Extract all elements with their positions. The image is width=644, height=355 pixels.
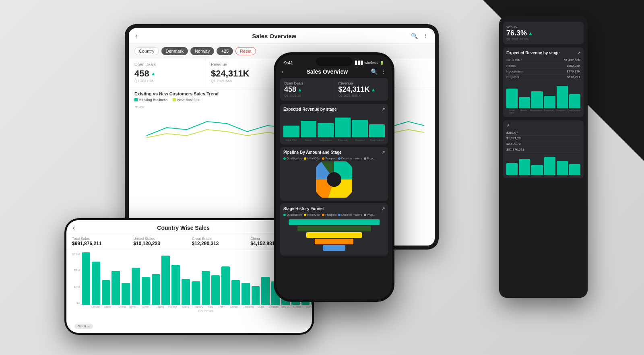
legend-existing: Existing Business bbox=[134, 98, 168, 102]
land-bar-item-0 bbox=[82, 252, 90, 305]
phone-notch bbox=[316, 57, 352, 66]
land-bar-item-14 bbox=[221, 266, 230, 305]
filter-more[interactable]: +25 bbox=[217, 47, 233, 55]
status-icons: ▊▊▊ wireless; 🔋 bbox=[355, 61, 384, 65]
funnel-legend-decision: Decision makers bbox=[338, 213, 362, 216]
funnel-legend: Qualification Initial Offer Prospect Dec… bbox=[283, 213, 385, 216]
rp-bar-chart bbox=[506, 80, 580, 108]
land-x-label-2: China bbox=[117, 305, 128, 308]
bar-6 bbox=[369, 124, 385, 137]
tablet-title: Sales Overview bbox=[137, 33, 411, 39]
funnel-legend-prop: Prop... bbox=[364, 213, 376, 216]
phone-metrics: Open Deals 458 ▲ Q1 2021:28 Revenue $24,… bbox=[280, 78, 388, 101]
land-metric-gb: Great Britain $12,290,313 bbox=[192, 237, 251, 246]
x-label-3: Negotiation bbox=[318, 139, 334, 141]
rp-bar-3 bbox=[531, 91, 543, 108]
phone-open-deals-sub: Q1 2021:28 bbox=[284, 94, 330, 97]
rp-bottom-section: ↗ $283,67 $1,387,23 $2,409,70 $91,876,21… bbox=[503, 120, 584, 178]
funnel-legend-prospect: Prospect bbox=[322, 213, 336, 216]
phone-metric-open-deals: Open Deals 458 ▲ Q1 2021:28 bbox=[280, 78, 334, 101]
rp-val-1: $283,67 bbox=[506, 130, 580, 136]
y-8m: $8M bbox=[72, 268, 80, 272]
land-total-label: Total Sales bbox=[72, 237, 125, 241]
rp-expected-revenue-list: Initial Offer $1,432,98K Needs $582,25K … bbox=[506, 58, 580, 80]
rp-win-label: Win % bbox=[506, 25, 580, 29]
y-0: $0 bbox=[72, 301, 80, 305]
land-back-icon[interactable]: ‹ bbox=[73, 224, 75, 231]
funnel-expand-icon[interactable]: ↗ bbox=[382, 206, 385, 211]
rp-bottom-title: ↗ bbox=[506, 124, 580, 128]
filter-norway[interactable]: Norway bbox=[190, 47, 214, 55]
more-icon[interactable]: ⋮ bbox=[423, 33, 428, 39]
phone-open-deals-value: 458 ▲ bbox=[284, 85, 330, 94]
phone-metric-revenue: Revenue $24,311K ▲ Q1 2021:$681K bbox=[334, 78, 388, 101]
phone-more-icon[interactable]: ⋮ bbox=[381, 68, 386, 75]
land-bar-item-1 bbox=[92, 262, 100, 305]
legend-prop: Prop... bbox=[364, 157, 376, 160]
metric-revenue-label: Revenue bbox=[211, 62, 276, 67]
land-x-label-3: Bermuda bbox=[129, 305, 140, 308]
funnel-bar-1 bbox=[289, 219, 380, 225]
land-bar-item-4 bbox=[122, 283, 130, 305]
rp-bar-1 bbox=[506, 89, 518, 108]
rp-val-3: $2,409,70 bbox=[506, 141, 580, 147]
land-us-value: $10,120,223 bbox=[133, 241, 184, 246]
land-metric-total: Total Sales $991,876,211 bbox=[72, 237, 133, 246]
rp-list-item-2: Needs $582,25K bbox=[506, 63, 580, 69]
rp-val-2: $1,387,23 bbox=[506, 136, 580, 141]
phone-screen: 9:41 ▊▊▊ wireless; 🔋 ‹ Sales Overview 🔍 … bbox=[276, 55, 392, 299]
land-y-axis: $12M $8M $4M $0 bbox=[72, 252, 82, 305]
rp-bot-bar-1 bbox=[506, 163, 518, 175]
land-bar-item-17 bbox=[252, 286, 260, 305]
legend-prospect: Prospect bbox=[322, 157, 336, 160]
land-bar-item-6 bbox=[142, 277, 150, 305]
land-x-label-7: Spain bbox=[180, 305, 191, 308]
land-x-label-5: Japan bbox=[155, 305, 165, 308]
metric-revenue-value: $24,311K bbox=[211, 68, 276, 79]
funnel-bar-4 bbox=[315, 239, 353, 244]
land-x-axis-label: Countries bbox=[82, 309, 312, 313]
filter-denmark[interactable]: Denmark bbox=[161, 47, 188, 55]
phone-device: 9:41 ▊▊▊ wireless; 🔋 ‹ Sales Overview 🔍 … bbox=[274, 52, 394, 302]
land-bar-item-15 bbox=[231, 280, 240, 305]
bar-2 bbox=[301, 121, 317, 137]
tablet-header: ‹ Sales Overview 🔍 ⋮ bbox=[129, 28, 435, 44]
rp-bot-bar-4 bbox=[544, 157, 555, 175]
phone-search-icon[interactable]: 🔍 bbox=[371, 68, 378, 75]
funnel-bar-3 bbox=[306, 232, 362, 238]
rp-win-sub: Q1 2021:68.2% bbox=[506, 37, 580, 41]
x-label-5: Prospect bbox=[352, 139, 368, 141]
rp-bar-4 bbox=[544, 96, 555, 109]
metric-open-deals-sub: Q1 2021:28 bbox=[134, 79, 199, 83]
land-x-label-13: Cuba bbox=[256, 305, 266, 308]
land-bar-item-5 bbox=[132, 268, 140, 305]
metric-open-deals: Open Deals 458 ▲ Q1 2021:28 bbox=[129, 58, 205, 87]
pie-svg bbox=[316, 161, 352, 198]
phone-expected-revenue-title: Expected Revenue by stage ↗ bbox=[283, 107, 385, 111]
x-label-4: Proposal bbox=[335, 139, 351, 141]
phone-revenue-value: $24,311K ▲ bbox=[339, 85, 384, 94]
land-bar-item-13 bbox=[211, 275, 220, 305]
rp-bar-5 bbox=[557, 86, 568, 108]
filter-reset[interactable]: Reset bbox=[235, 47, 256, 55]
legend-offer-dot bbox=[304, 157, 306, 160]
phone-header: ‹ Sales Overview 🔍 ⋮ bbox=[276, 67, 392, 78]
bar-5 bbox=[352, 120, 368, 138]
legend-prospect-dot bbox=[322, 157, 324, 160]
metric-open-deals-label: Open Deals bbox=[134, 62, 199, 67]
land-x-label-1: Great Britain bbox=[104, 305, 115, 308]
legend-prop-dot bbox=[364, 157, 366, 160]
rp-expected-revenue-section: Expected Revenue by stage ↗ Initial Offe… bbox=[503, 47, 584, 117]
land-x-label-9: Italy bbox=[205, 305, 216, 308]
pipeline-expand-icon[interactable]: ↗ bbox=[382, 150, 385, 155]
scroll-chip[interactable]: Scroll → bbox=[74, 322, 93, 329]
filter-country[interactable]: Country bbox=[134, 47, 159, 55]
expand-icon[interactable]: ↗ bbox=[382, 107, 385, 111]
rp-list-item-1: Initial Offer $1,432,98K bbox=[506, 58, 580, 63]
right-panel: Win % 76.3% ▲ Q1 2021:68.2% Expected Rev… bbox=[499, 16, 588, 298]
search-icon[interactable]: 🔍 bbox=[411, 33, 418, 39]
legend-decision: Decision makers bbox=[338, 157, 362, 160]
phone-up-arrow-icon: ▲ bbox=[297, 87, 302, 93]
phone-revenue-sub: Q1 2021:$681K bbox=[339, 94, 384, 97]
rp-expand-icon[interactable]: ↗ bbox=[577, 51, 580, 55]
